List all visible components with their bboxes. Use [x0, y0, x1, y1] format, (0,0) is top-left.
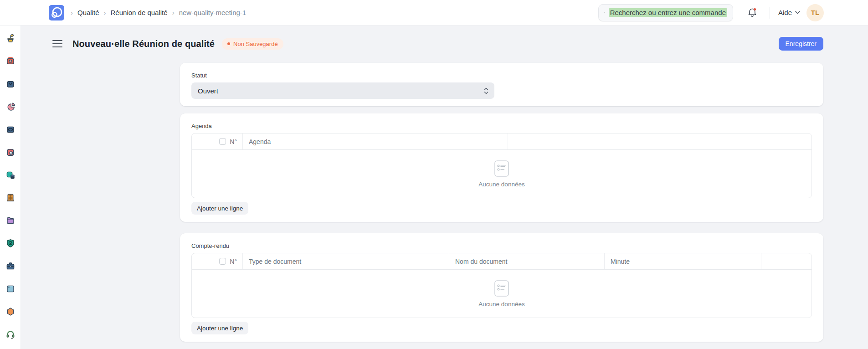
breadcrumb-qualite[interactable]: Qualité — [77, 9, 99, 16]
minutes-empty-state: Aucune données — [192, 270, 812, 318]
minutes-grid-header: N° Type de document Nom du document Minu… — [192, 253, 812, 270]
minutes-actions-header-cell — [761, 253, 812, 269]
camera-icon — [5, 56, 16, 67]
row-number-header: N° — [230, 138, 237, 145]
agenda-grid: N° Agenda — [191, 133, 812, 198]
minutes-column-header-document-name: Nom du document — [449, 253, 605, 269]
agenda-column-header: Agenda — [243, 133, 508, 149]
sidebar-app-hexagon[interactable] — [5, 306, 16, 317]
save-button[interactable]: Enregistrer — [779, 37, 823, 51]
sidebar-app-pie-chart[interactable] — [5, 101, 16, 112]
badge-dot-icon — [227, 42, 230, 45]
status-select[interactable]: Ouvert — [191, 82, 494, 99]
window-icon — [5, 283, 16, 294]
minutes-card: Compte-rendu N° Type de document Nom du … — [180, 233, 823, 342]
folder-icon — [5, 215, 16, 226]
empty-list-icon — [494, 280, 509, 297]
breadcrumb-separator: › — [172, 9, 175, 16]
avatar-initials: TL — [811, 9, 819, 16]
agenda-idx-header-cell: N° — [192, 133, 243, 149]
sidebar-app-folder[interactable] — [5, 215, 16, 226]
chevron-down-icon — [795, 11, 800, 14]
sidebar-toggle-button[interactable] — [52, 40, 62, 48]
status-badge: Non Sauvegardé — [222, 38, 283, 50]
search-icon — [604, 9, 605, 16]
minutes-table-label: Compte-rendu — [191, 242, 812, 249]
agenda-add-row-button[interactable]: Ajouter une ligne — [191, 202, 248, 215]
sidebar-app-box[interactable] — [5, 124, 16, 135]
sidebar-app-building[interactable] — [5, 192, 16, 203]
minutes-idx-header-cell: N° — [192, 253, 243, 269]
logo-icon — [49, 5, 64, 21]
user-avatar[interactable]: TL — [806, 4, 824, 21]
hexagon-icon — [5, 306, 16, 317]
sidebar-app-briefcase[interactable] — [5, 261, 16, 272]
breadcrumb-separator: › — [71, 9, 73, 16]
status-select-value: Ouvert — [198, 87, 483, 95]
topbar: › Qualité › Réunion de qualité › new-qua… — [0, 0, 868, 26]
select-all-checkbox[interactable] — [219, 138, 226, 145]
main-area: Nouveau·elle Réunion de qualité Non Sauv… — [21, 26, 868, 349]
topbar-actions: Recherchez ou entrez une commande Aide T… — [598, 4, 824, 21]
app-window: › Qualité › Réunion de qualité › new-qua… — [0, 0, 868, 349]
sidebar-app-data-cube[interactable] — [5, 169, 16, 180]
agenda-actions-header-cell — [508, 133, 812, 149]
app-sidebar — [0, 26, 21, 349]
minutes-add-row-button[interactable]: Ajouter une ligne — [191, 322, 248, 334]
quality-shield-icon — [5, 238, 16, 249]
agenda-grid-header: N° Agenda — [192, 133, 812, 150]
bell-icon — [747, 7, 757, 18]
page-header: Nouveau·elle Réunion de qualité Non Sauv… — [52, 37, 823, 51]
id-badge-icon — [5, 147, 16, 158]
sidebar-app-quality-shield[interactable] — [5, 238, 16, 249]
notifications-button[interactable] — [747, 7, 758, 18]
data-cube-icon — [5, 169, 16, 180]
help-menu-button[interactable]: Aide — [778, 9, 800, 16]
empty-list-icon — [494, 160, 509, 177]
page-title: Nouveau·elle Réunion de qualité — [72, 39, 215, 49]
empty-state-text: Aucune données — [478, 301, 524, 308]
empty-state-text: Aucune données — [478, 181, 524, 188]
minutes-column-header-document-type: Type de document — [243, 253, 449, 269]
minutes-column-header-minute: Minute — [605, 253, 761, 269]
sidebar-app-headset[interactable] — [5, 329, 16, 340]
agenda-table-label: Agenda — [191, 123, 812, 129]
box-icon — [5, 124, 16, 135]
minutes-grid: N° Type de document Nom du document Minu… — [191, 253, 812, 318]
status-badge-label: Non Sauvegardé — [233, 41, 278, 47]
select-all-checkbox[interactable] — [219, 258, 226, 265]
help-label: Aide — [778, 9, 792, 16]
form-content: Statut Ouvert Agenda — [180, 63, 823, 342]
status-card: Statut Ouvert — [180, 63, 823, 106]
topbar-divider — [770, 7, 770, 19]
building-icon — [5, 192, 16, 203]
breadcrumb-reunion-de-qualite[interactable]: Réunion de qualité — [111, 9, 168, 16]
global-search-input[interactable]: Recherchez ou entrez une commande — [598, 4, 733, 21]
breadcrumb-current-doc: new-quality-meeting-1 — [179, 9, 247, 16]
shopping-bag-icon — [5, 78, 16, 89]
sidebar-app-id-badge[interactable] — [5, 147, 16, 158]
sidebar-app-camera[interactable] — [5, 56, 16, 67]
breadcrumb-separator: › — [104, 9, 106, 16]
plant-icon — [5, 33, 16, 44]
headset-icon — [5, 329, 16, 340]
app-logo[interactable] — [49, 5, 64, 21]
pie-chart-icon — [5, 101, 16, 112]
breadcrumb: › Qualité › Réunion de qualité › new-qua… — [71, 9, 246, 16]
search-placeholder-text: Recherchez ou entrez une commande — [609, 8, 727, 17]
agenda-card: Agenda N° Agenda — [180, 113, 823, 222]
select-chevrons-icon — [483, 87, 489, 95]
agenda-empty-state: Aucune données — [192, 150, 812, 198]
sidebar-app-window[interactable] — [5, 283, 16, 294]
briefcase-icon — [5, 261, 16, 272]
status-field-label: Statut — [191, 72, 812, 79]
sidebar-app-shopping-bag[interactable] — [5, 78, 16, 89]
row-number-header: N° — [230, 258, 237, 265]
sidebar-app-plant[interactable] — [5, 33, 16, 44]
